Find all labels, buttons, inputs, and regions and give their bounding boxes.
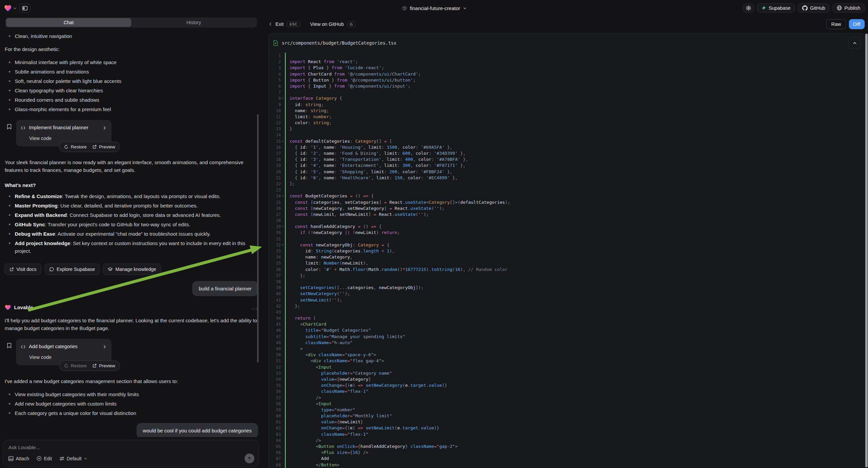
- line-number: 52: [269, 364, 285, 370]
- chat-message-list: Clean, intuitive navigationFor the desig…: [0, 29, 265, 437]
- code-line: 61 value={newLimit}: [269, 419, 865, 425]
- tab-chat[interactable]: Chat: [6, 18, 131, 27]
- raw-toggle-button[interactable]: Raw: [826, 19, 846, 29]
- line-number: 42: [269, 303, 285, 309]
- file-added-icon: [273, 40, 278, 46]
- line-number: 55: [269, 382, 285, 388]
- code-panel-scrollbar[interactable]: [865, 34, 868, 467]
- assistant-paragraph: I'll help you add budget categories to t…: [5, 317, 258, 332]
- code-line: 45 <ChartCard: [269, 321, 865, 327]
- line-number: 18: [269, 156, 285, 163]
- code-line: 49 >: [269, 346, 865, 352]
- view-on-github-button[interactable]: View on GitHub: [310, 22, 344, 27]
- version-card[interactable]: Add budget categoriesView codeRestorePre…: [16, 339, 112, 365]
- github-button[interactable]: GitHub: [798, 3, 829, 12]
- tab-history[interactable]: History: [131, 18, 256, 27]
- list-item: Clean, intuitive navigation: [5, 32, 258, 40]
- list-item: GitHub Sync: Transfer your project's cod…: [5, 221, 258, 228]
- code-line: 32▾ const newCategoryObj: Category = {: [269, 242, 865, 248]
- fold-chevron-icon[interactable]: ▾: [281, 242, 285, 248]
- esc-keycap: ESC: [287, 21, 300, 27]
- chip-explore-supabase[interactable]: Explore Supabase: [44, 264, 100, 275]
- suggestion-chips: Visit docsExplore SupabaseManage knowled…: [5, 264, 258, 275]
- line-number: 36: [269, 267, 285, 273]
- fold-chevron-icon[interactable]: ▾: [281, 193, 285, 199]
- settings-button[interactable]: [743, 3, 754, 12]
- line-number: 28: [269, 217, 285, 224]
- list-item: Rounded corners and subtle shadows: [5, 96, 258, 104]
- line-number: 21: [269, 175, 285, 181]
- line-number: 44: [269, 315, 285, 321]
- code-line: 20 { id: '5', name: 'Shopping', limit: 2…: [269, 169, 865, 175]
- lovable-logo-menu[interactable]: [4, 5, 17, 12]
- line-number: 9: [269, 102, 285, 108]
- globe-icon: [837, 5, 842, 10]
- attach-button[interactable]: Attach: [8, 456, 29, 461]
- restore-preview-pill: RestorePreview: [59, 142, 120, 152]
- line-number: 32▾: [269, 242, 285, 248]
- restore-button[interactable]: Restore: [64, 362, 87, 370]
- line-number: 15▾: [269, 138, 285, 144]
- code-line: 58 <Input: [269, 401, 865, 407]
- model-selector[interactable]: Default: [59, 456, 87, 461]
- project-name: financial-future-creator: [410, 5, 460, 11]
- view-code-link[interactable]: View code: [21, 353, 107, 361]
- line-number: 57: [269, 395, 285, 401]
- line-number: 13: [269, 126, 285, 132]
- version-card[interactable]: Implement financial plannerView codeRest…: [16, 120, 112, 146]
- diff-toggle-button[interactable]: Diff: [849, 19, 865, 29]
- chat-composer[interactable]: Ask Lovable... Attach Edit Default: [3, 440, 259, 467]
- file-header[interactable]: src/components/budget/BudgetCategories.t…: [269, 34, 865, 53]
- collapse-file-button[interactable]: [848, 37, 861, 49]
- line-number: 24▾: [269, 193, 285, 199]
- code-line: 51 <div className="flex gap-4">: [269, 358, 865, 364]
- code-line: 4import ChartCard from '@/components/ui/…: [269, 71, 865, 77]
- bookmark-icon[interactable]: [7, 124, 12, 146]
- exit-button[interactable]: Exit: [276, 22, 283, 27]
- list-item: Clean typography with clear hierarchies: [5, 87, 258, 94]
- code-line: 29▾ const handleAddCategory = () => {: [269, 224, 865, 230]
- preview-button[interactable]: Preview: [92, 143, 115, 151]
- top-bar: financial-future-creator Supabase: [0, 0, 868, 16]
- supabase-button[interactable]: Supabase: [757, 3, 795, 12]
- assistant-name: Lovable: [14, 303, 33, 311]
- user-message-bubble: would be cool if you could add budget ca…: [136, 423, 258, 437]
- fold-chevron-icon[interactable]: ▾: [281, 95, 285, 101]
- lovable-heart-icon: [4, 5, 12, 12]
- bookmark-icon[interactable]: [7, 343, 12, 365]
- toggle-sidebar-button[interactable]: [19, 4, 31, 13]
- assistant-paragraph: For the design aesthetic:: [5, 45, 258, 53]
- assistant-paragraph: I've added a new budget categories manag…: [5, 377, 258, 385]
- chip-manage-knowledge[interactable]: Manage knowledge: [103, 264, 161, 275]
- line-number: 64: [269, 437, 285, 443]
- send-button[interactable]: [245, 454, 254, 463]
- gear-icon: [746, 5, 751, 11]
- code-line: 67 Add: [269, 456, 865, 462]
- line-number: 35: [269, 260, 285, 266]
- code-line: 2import React from 'react';: [269, 59, 865, 65]
- line-number: 1: [269, 53, 285, 59]
- view-code-link[interactable]: View code: [21, 135, 107, 142]
- fold-chevron-icon[interactable]: ▾: [281, 224, 285, 230]
- line-number: 40: [269, 291, 285, 297]
- line-number: 48: [269, 340, 285, 346]
- chat-scrollbar[interactable]: [257, 114, 259, 362]
- user-message-bubble: build a financial planner: [192, 281, 258, 296]
- line-number: 22: [269, 181, 285, 187]
- code-line: 52 <Input: [269, 364, 865, 370]
- restore-button[interactable]: Restore: [64, 143, 87, 151]
- line-number: 62: [269, 425, 285, 431]
- chip-visit-docs[interactable]: Visit docs: [5, 264, 41, 275]
- project-switcher[interactable]: financial-future-creator: [401, 0, 466, 16]
- edit-mode-button[interactable]: Edit: [37, 456, 52, 461]
- github-label: GitHub: [810, 5, 825, 11]
- code-line: 15▾const defaultCategories: Category[] =…: [269, 138, 865, 144]
- code-line: 1: [269, 53, 865, 59]
- list-item: Master Prompting: Use clear, detailed, a…: [5, 202, 258, 209]
- publish-label: Publish: [844, 5, 860, 11]
- code-editor[interactable]: 1 2import React from 'react';3import { P…: [269, 53, 865, 468]
- preview-button[interactable]: Preview: [92, 362, 115, 370]
- fold-chevron-icon[interactable]: ▾: [281, 138, 285, 144]
- publish-button[interactable]: Publish: [832, 3, 865, 12]
- code-line: 40 setNewCategory('');: [269, 291, 865, 297]
